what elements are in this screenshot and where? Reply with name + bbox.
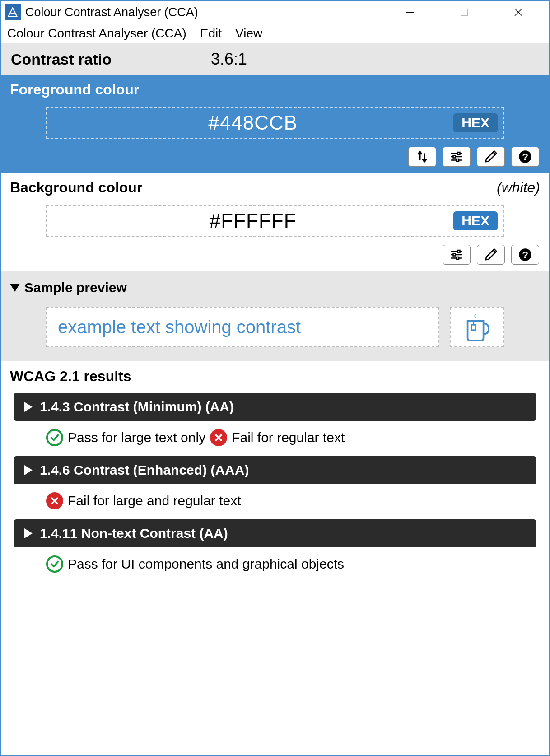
result-text: Pass for large text only bbox=[68, 430, 205, 445]
background-color-value: #FFFFFF bbox=[52, 210, 453, 232]
svg-rect-8 bbox=[457, 159, 459, 161]
sample-preview-text[interactable]: example text showing contrast bbox=[46, 307, 439, 347]
mug-icon bbox=[461, 312, 493, 343]
sample-preview-icon-box bbox=[450, 307, 504, 347]
menu-edit[interactable]: Edit bbox=[200, 26, 222, 41]
background-color-input[interactable]: #FFFFFF HEX bbox=[46, 205, 504, 237]
triangle-right-icon bbox=[24, 402, 33, 412]
wcag-results-section: WCAG 2.1 results 1.4.3 Contrast (Minimum… bbox=[1, 361, 549, 590]
pass-icon bbox=[46, 555, 63, 573]
window-titlebar: Colour Contrast Analyser (CCA) bbox=[1, 1, 549, 23]
close-button[interactable] bbox=[491, 1, 545, 23]
result-title: 1.4.3 Contrast (Minimum) (AA) bbox=[40, 399, 234, 415]
maximize-button[interactable] bbox=[437, 1, 491, 23]
contrast-ratio-label: Contrast ratio bbox=[11, 51, 112, 68]
foreground-sliders-button[interactable] bbox=[443, 147, 471, 167]
menubar: Colour Contrast Analyser (CCA) Edit View bbox=[1, 23, 549, 43]
result-title: 1.4.6 Contrast (Enhanced) (AAA) bbox=[40, 462, 249, 478]
foreground-section: Foreground colour #448CCB HEX ? bbox=[1, 75, 549, 173]
menu-view[interactable]: View bbox=[235, 26, 262, 41]
svg-text:?: ? bbox=[522, 151, 528, 163]
svg-rect-6 bbox=[458, 152, 460, 154]
svg-rect-16 bbox=[457, 257, 459, 259]
fail-icon bbox=[46, 492, 63, 509]
foreground-help-button[interactable]: ? bbox=[511, 147, 539, 167]
sample-preview-section: Sample preview example text showing cont… bbox=[1, 271, 549, 361]
svg-rect-7 bbox=[453, 156, 456, 158]
result-title: 1.4.11 Non-text Contrast (AA) bbox=[40, 526, 228, 541]
triangle-right-icon bbox=[24, 465, 33, 475]
sample-preview-toggle[interactable]: Sample preview bbox=[10, 280, 540, 295]
fail-icon bbox=[210, 429, 227, 446]
result-text: Fail for regular text bbox=[232, 430, 345, 445]
foreground-color-value: #448CCB bbox=[52, 112, 453, 134]
background-sliders-button[interactable] bbox=[443, 245, 471, 265]
foreground-heading: Foreground colour bbox=[10, 81, 540, 98]
contrast-ratio-bar: Contrast ratio 3.6:1 bbox=[1, 43, 549, 75]
background-color-name: (white) bbox=[497, 179, 540, 196]
background-format-badge[interactable]: HEX bbox=[453, 211, 498, 230]
wcag-results-heading: WCAG 2.1 results bbox=[10, 368, 540, 385]
menu-app[interactable]: Colour Contrast Analyser (CCA) bbox=[7, 26, 186, 41]
svg-rect-19 bbox=[471, 325, 475, 330]
result-text: Fail for large and regular text bbox=[68, 493, 241, 509]
pass-icon bbox=[46, 429, 63, 446]
result-body-1411: Pass for UI components and graphical obj… bbox=[10, 547, 540, 583]
result-header-146[interactable]: 1.4.6 Contrast (Enhanced) (AAA) bbox=[14, 456, 536, 484]
foreground-format-badge[interactable]: HEX bbox=[453, 113, 498, 132]
triangle-down-icon bbox=[10, 284, 20, 292]
background-section: Background colour (white) #FFFFFF HEX ? bbox=[1, 173, 549, 271]
svg-text:?: ? bbox=[522, 249, 528, 261]
contrast-ratio-value: 3.6:1 bbox=[211, 50, 247, 69]
background-heading: Background colour bbox=[10, 179, 142, 196]
result-body-143: Pass for large text only Fail for regula… bbox=[10, 421, 540, 456]
triangle-right-icon bbox=[24, 528, 33, 538]
minimize-button[interactable] bbox=[383, 1, 437, 23]
result-header-1411[interactable]: 1.4.11 Non-text Contrast (AA) bbox=[14, 519, 536, 547]
svg-rect-15 bbox=[453, 254, 456, 256]
sample-preview-heading: Sample preview bbox=[24, 280, 127, 295]
result-header-143[interactable]: 1.4.3 Contrast (Minimum) (AA) bbox=[14, 393, 536, 421]
background-eyedropper-button[interactable] bbox=[477, 245, 505, 265]
result-text: Pass for UI components and graphical obj… bbox=[68, 556, 344, 572]
window-title: Colour Contrast Analyser (CCA) bbox=[25, 5, 198, 19]
background-help-button[interactable]: ? bbox=[511, 245, 539, 265]
swap-colors-button[interactable] bbox=[408, 147, 436, 167]
app-icon bbox=[5, 4, 21, 20]
foreground-eyedropper-button[interactable] bbox=[477, 147, 505, 167]
result-body-146: Fail for large and regular text bbox=[10, 484, 540, 519]
svg-rect-14 bbox=[458, 250, 460, 252]
foreground-color-input[interactable]: #448CCB HEX bbox=[46, 107, 504, 139]
